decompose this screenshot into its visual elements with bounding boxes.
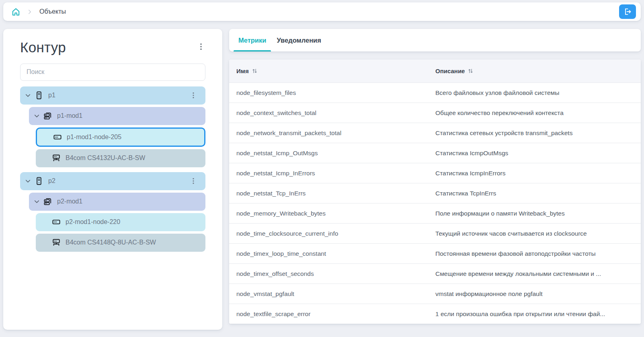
- metric-description: Смещение времени между локальными систем…: [435, 270, 641, 277]
- tabs-bar: Метрики Уведомления: [229, 29, 641, 51]
- table-row[interactable]: node_timex_loop_time_constant Постоянная…: [229, 243, 641, 263]
- metric-name: node_filesystem_files: [229, 89, 435, 97]
- table-row[interactable]: node_netstat_Icmp_InErrors Статистика Ic…: [229, 163, 641, 183]
- tree-item-label: B4com CS4132U-AC-B-SW: [66, 154, 145, 162]
- table-header-row: Имя Описание: [229, 60, 641, 82]
- table-row[interactable]: node_time_clocksource_current_info Текущ…: [229, 223, 641, 243]
- chevron-down-icon[interactable]: [33, 198, 41, 205]
- table-row[interactable]: node_netstat_Icmp_OutMsgs Статистика Icm…: [229, 143, 641, 163]
- tree-item-label: p2: [48, 177, 55, 185]
- sort-arrows-icon[interactable]: [252, 68, 258, 74]
- metric-description: Всего файловых узлов файловой системы: [435, 89, 641, 97]
- metric-description: Статистика IcmpInErrors: [435, 170, 641, 177]
- metric-description: Поле информации о памяти Writeback_bytes: [435, 210, 641, 217]
- metric-name: node_memory_Writeback_bytes: [229, 210, 435, 217]
- tree-item-label: p2-mod1-node-220: [66, 218, 120, 226]
- table-body: node_filesystem_files Всего файловых узл…: [229, 82, 641, 324]
- object-tree: p1 p1-mod1 p1-mod1-node-205 B4com CS4132…: [20, 86, 205, 252]
- module-icon: [43, 111, 52, 120]
- tree-item-label: p1: [48, 92, 55, 99]
- kebab-menu-icon[interactable]: [189, 91, 197, 100]
- node-icon: [52, 218, 61, 226]
- metric-description: vmstat информационное поле pgfault: [435, 290, 641, 298]
- tree-item[interactable]: p1-mod1: [29, 107, 205, 125]
- chevron-down-icon[interactable]: [33, 112, 41, 120]
- metric-name: node_vmstat_pgfault: [229, 290, 435, 298]
- tree-item-label: B4com CS4148Q-8U-AC-B-SW: [66, 239, 156, 246]
- table-row[interactable]: node_context_switches_total Общее количе…: [229, 103, 641, 123]
- switch-icon: [52, 238, 61, 247]
- metric-name: node_netstat_Icmp_OutMsgs: [229, 150, 435, 157]
- chevron-right-icon: [26, 8, 33, 15]
- logout-button[interactable]: [619, 4, 636, 19]
- tree-item[interactable]: p2-mod1-node-220: [36, 213, 205, 231]
- tree-item[interactable]: B4com CS4148Q-8U-AC-B-SW: [36, 234, 205, 252]
- metric-name: node_netstat_Tcp_InErrs: [229, 190, 435, 197]
- tree-item[interactable]: p1-mod1-node-205: [36, 127, 205, 147]
- metric-name: node_network_transmit_packets_total: [229, 129, 435, 137]
- metric-description: Статистика сетевых устройств transmit_pa…: [435, 129, 641, 137]
- column-header-description: Описание: [435, 68, 641, 74]
- switch-icon: [52, 154, 61, 162]
- table-row[interactable]: node_textfile_scrape_error 1 если произо…: [229, 304, 641, 324]
- tree-item[interactable]: p2: [20, 172, 205, 190]
- kebab-menu-icon[interactable]: [197, 39, 205, 55]
- server-icon: [35, 91, 43, 100]
- table-row[interactable]: node_memory_Writeback_bytes Поле информа…: [229, 203, 641, 223]
- tree-item-label: p2-mod1: [57, 198, 82, 205]
- metric-name: node_timex_offset_seconds: [229, 270, 435, 277]
- table-row[interactable]: node_timex_offset_seconds Смещение време…: [229, 263, 641, 284]
- metric-description: Текущий источник часов считывается из cl…: [435, 230, 641, 237]
- top-bar: Объекты: [3, 2, 641, 21]
- breadcrumb: Объекты: [39, 8, 66, 15]
- panel-title: Контур: [20, 39, 66, 56]
- metrics-table: Имя Описание node_filesystem_files Всего…: [229, 60, 641, 324]
- sort-arrows-icon[interactable]: [468, 68, 474, 74]
- metric-name: node_netstat_Icmp_InErrors: [229, 170, 435, 177]
- contour-panel: Контур p1 p1-mod1 p1-mod1-node-205: [3, 29, 222, 330]
- metric-description: Статистика TcpInErrs: [435, 190, 641, 197]
- metric-description: Статистика IcmpOutMsgs: [435, 150, 641, 157]
- table-row[interactable]: node_filesystem_files Всего файловых узл…: [229, 82, 641, 103]
- kebab-menu-icon[interactable]: [189, 177, 197, 185]
- tree-item[interactable]: p1: [20, 86, 205, 105]
- metric-name: node_timex_loop_time_constant: [229, 250, 435, 257]
- metric-name: node_textfile_scrape_error: [229, 310, 435, 318]
- metric-name: node_context_switches_total: [229, 109, 435, 117]
- home-icon[interactable]: [11, 7, 21, 16]
- column-header-name: Имя: [229, 68, 435, 74]
- tree-item-label: p1-mod1: [57, 112, 82, 119]
- table-row[interactable]: node_vmstat_pgfault vmstat информационно…: [229, 284, 641, 304]
- table-row[interactable]: node_netstat_Tcp_InErrs Статистика TcpIn…: [229, 183, 641, 203]
- metric-description: Постоянная времени фазовой автоподстройк…: [435, 250, 641, 257]
- logout-icon: [623, 7, 632, 16]
- metric-description: Общее количество переключений контекста: [435, 109, 641, 117]
- tree-item[interactable]: p2-mod1: [29, 193, 205, 211]
- tab-metrics[interactable]: Метрики: [234, 29, 271, 51]
- chevron-down-icon[interactable]: [24, 177, 32, 185]
- chevron-down-icon[interactable]: [24, 92, 32, 99]
- module-icon: [43, 197, 52, 206]
- tree-item-label: p1-mod1-node-205: [67, 134, 121, 141]
- server-icon: [35, 177, 43, 185]
- node-icon: [53, 133, 62, 142]
- metric-description: 1 если произошла ошибка при открытии или…: [435, 310, 641, 318]
- tree-item[interactable]: B4com CS4132U-AC-B-SW: [36, 149, 205, 167]
- metric-name: node_time_clocksource_current_info: [229, 230, 435, 237]
- table-row[interactable]: node_network_transmit_packets_total Стат…: [229, 123, 641, 143]
- tab-notifications[interactable]: Уведомления: [272, 29, 326, 51]
- search-input[interactable]: [20, 64, 205, 81]
